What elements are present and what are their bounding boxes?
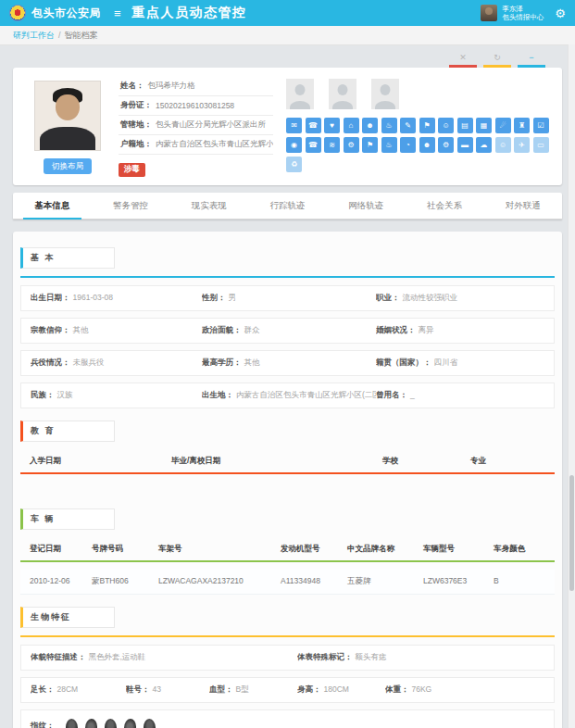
tag-icon[interactable]: ⚑ [362,137,378,153]
field-value: 包玛希毕力格 [148,81,195,92]
menu-toggle-icon[interactable]: ≡ [114,7,121,19]
avatar-placeholder [371,79,399,109]
field-value: 包头青山区分局光辉小区派出所 [156,119,266,131]
user-info[interactable]: 李东泽 包头情报中心 [502,5,544,22]
field-label: 血型： [209,684,233,694]
collapse-icon[interactable]: − [518,53,545,68]
video-icon[interactable]: ◉ [286,137,302,153]
user-avatar[interactable] [481,5,497,21]
bank-icon[interactable]: ♜ [514,118,530,133]
police-badge-logo [9,5,26,21]
image-icon[interactable]: ▦ [476,118,492,133]
profile-field-jurisdiction: 管辖地：包头青山区分局光辉小区派出所 [119,118,273,135]
field-cell: 性别：男 [202,293,376,304]
field-label: 姓名： [120,81,144,92]
page-title: 重点人员动态管控 [132,5,247,21]
tab-reality[interactable]: 现实表现 [169,193,248,219]
cloud-icon[interactable]: ☁ [476,137,492,153]
tab-network-track[interactable]: 网络轨迹 [327,193,406,219]
field-value: 内蒙古自治区包头市青山区光辉小区(二区)-1-86 [156,139,273,150]
field-label: 曾用名： [376,390,407,399]
vehicle-table-header: 登记日期号牌号码车架号发动机型号中文品牌名称车辆型号车身颜色 [20,537,555,560]
document-icon[interactable]: ▤ [457,118,473,133]
related-avatars [286,79,553,109]
scrollbar-thumb[interactable] [569,475,574,591]
detail-sections: 基 本出生日期：1961-03-08性别：男职业：流动性较强职业宗教信仰：其他政… [13,232,562,728]
field-cell: 出生日期：1961-03-08 [31,293,202,304]
switch-layout-button[interactable]: 切换布局 [44,158,92,174]
field-label: 民族： [31,390,55,399]
field-value: 男 [229,293,237,302]
scrollbar[interactable] [568,44,575,728]
bank-card-icon[interactable]: ▬ [457,137,473,153]
check-icon[interactable]: ☑ [533,118,549,133]
rss-icon[interactable]: ≋ [324,137,340,153]
field-value: 180CM [324,684,349,694]
comment-icon[interactable]: ✉ [286,118,302,133]
expand-icon[interactable]: ✕ [449,53,477,68]
column-header: 发动机型号 [281,544,347,555]
column-header: 车架号 [158,544,281,555]
taxi-icon[interactable]: ⚙ [438,137,454,153]
fingerprint-image [66,719,78,728]
column-header: 中文品牌名称 [347,544,423,555]
profile-card: 切换布局 姓名：包玛希毕力格身份证：150202196103081258管辖地：… [13,68,562,185]
settings-gear-icon[interactable]: ⚙ [555,6,566,20]
group-icon[interactable]: ☻ [362,118,378,133]
user-menu[interactable]: 李东泽 包头情报中心 ⚙ [481,5,566,22]
profile-field-household: 户籍地：内蒙古自治区包头市青山区光辉小区(二区)-1-86 [119,137,273,155]
home-icon[interactable]: ⌂ [344,118,359,133]
bed-icon[interactable]: ♨ [381,137,397,153]
photo-column: 切换布局 [22,79,113,177]
field-cell: 籍贯（国家）：四川省 [376,358,544,369]
tab-police-control[interactable]: 警务管控 [92,193,170,219]
breadcrumb-parent[interactable]: 研判工作台 [13,30,55,42]
clock-icon[interactable]: ◔ [400,137,416,153]
education-icon[interactable]: ✎ [400,118,416,133]
telephone-icon[interactable]: ☎ [306,137,321,153]
tab-movement-track[interactable]: 行踪轨迹 [248,193,327,219]
field-label: 身高： [297,684,321,694]
basic-info-row: 民族：汉族出生地：内蒙古自治区包头市青山区光辉小区(二区)-1-86曾用名：_ [20,383,555,408]
table-cell: 蒙BTH606 [92,576,158,587]
refresh-icon[interactable]: ↻ [483,53,511,68]
plane-icon[interactable]: ✈ [514,137,530,153]
phone-icon[interactable]: ☎ [306,118,321,133]
field-label: 鞋号： [126,684,150,694]
field-cell: 兵役情况：未服兵役 [31,358,202,369]
tab-basic-info[interactable]: 基本信息 [13,193,92,219]
user-icon[interactable]: ☻ [419,137,435,153]
basic-info-row: 宗教信仰：其他政治面貌：群众婚姻状况：离异 [20,318,555,344]
wifi-icon[interactable]: ☄ [495,118,511,133]
fingerprint-label: 指纹： [31,721,55,728]
heart-icon[interactable]: ♥ [324,118,340,133]
hotel-icon[interactable]: ♨ [381,118,397,133]
field-label: 户籍地： [120,139,152,150]
basic-info-row: 兵役情况：未服兵役最高学历：其他籍贯（国家）：四川省 [20,350,555,376]
police-car-icon[interactable]: ⚙ [344,137,359,153]
field-label: 管辖地： [120,119,152,131]
bus-icon[interactable]: ▭ [533,137,549,153]
tab-social-relations[interactable]: 社会关系 [406,193,484,219]
tab-external-contact[interactable]: 对外联通 [483,193,562,219]
user-name: 李东泽 [502,5,544,13]
car-icon[interactable]: ⚑ [419,118,435,133]
field-cell: 体重：76KG [385,684,544,696]
field-value: 其他 [244,358,260,367]
field-value: B型 [236,684,249,694]
person-icon[interactable]: ☺ [438,118,454,133]
field-value: 1961-03-08 [73,293,113,302]
field-value: 28CM [57,684,79,694]
field-label: 体貌特征描述： [31,652,86,661]
fingerprint-image [85,719,97,728]
breadcrumb-current: 智能档案 [65,30,98,42]
column-header: 登记日期 [30,544,92,555]
column-header: 毕业/离校日期 [171,456,382,467]
profile-fields: 姓名：包玛希毕力格身份证：150202196103081258管辖地：包头青山区… [119,79,273,177]
field-cell: 职业：流动性较强职业 [376,293,544,304]
person-2-icon[interactable]: ☺ [495,137,511,153]
field-value: 四川省 [434,358,458,367]
trash-icon[interactable]: ♻ [286,157,302,172]
app-header: 包头市公安局 ≡ 重点人员动态管控 李东泽 包头情报中心 ⚙ [0,0,575,26]
breadcrumb: 研判工作台 / 智能档案 [0,26,575,45]
